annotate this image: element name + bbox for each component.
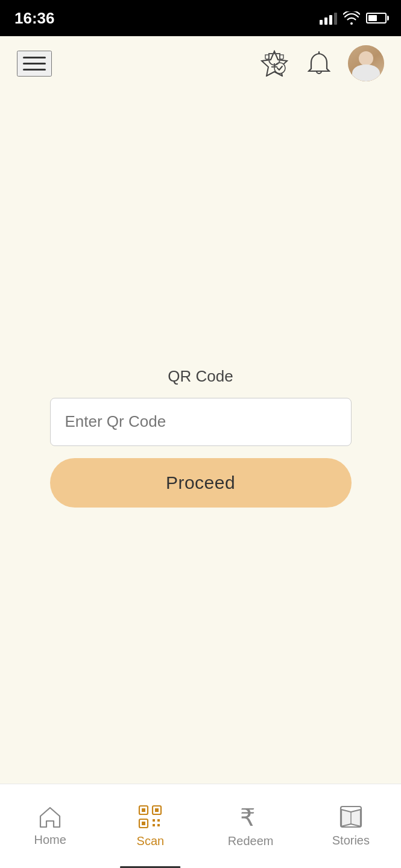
- avatar-image: [348, 45, 384, 81]
- hamburger-menu-button[interactable]: [17, 51, 52, 77]
- signal-icon: [320, 11, 337, 25]
- header-right: [259, 45, 384, 81]
- svg-rect-9: [153, 819, 155, 822]
- wifi-icon: [343, 11, 360, 25]
- status-bar: 16:36: [0, 0, 401, 36]
- svg-rect-12: [157, 824, 160, 826]
- status-time: 16:36: [14, 9, 55, 28]
- status-icons: [320, 11, 387, 25]
- nav-item-stories[interactable]: Stories: [301, 784, 401, 868]
- home-icon: [38, 805, 62, 828]
- notification-bell-button[interactable]: [303, 48, 335, 79]
- nav-item-scan[interactable]: Scan: [100, 784, 200, 868]
- hamburger-line-3: [23, 69, 46, 71]
- qr-section: QR Code Proceed: [36, 367, 365, 508]
- qr-code-label: QR Code: [168, 367, 233, 386]
- trophy-button[interactable]: [259, 48, 290, 79]
- avatar[interactable]: [348, 45, 384, 81]
- proceed-button[interactable]: Proceed: [50, 458, 352, 508]
- nav-label-stories: Stories: [332, 834, 370, 848]
- nav-label-home: Home: [34, 833, 66, 847]
- nav-label-scan: Scan: [137, 834, 165, 848]
- hamburger-line-2: [23, 63, 46, 64]
- nav-item-home[interactable]: Home: [0, 784, 100, 868]
- svg-rect-8: [142, 822, 145, 825]
- trophy-icon: [260, 50, 288, 77]
- scan-qr-icon: [137, 804, 163, 829]
- nav-item-redeem[interactable]: ₹ Redeem: [201, 784, 301, 868]
- stories-icon: [339, 805, 363, 829]
- redeem-icon: ₹: [240, 804, 262, 829]
- hamburger-line-1: [23, 57, 46, 58]
- svg-text:₹: ₹: [240, 804, 255, 829]
- nav-label-redeem: Redeem: [228, 834, 274, 848]
- svg-rect-11: [153, 824, 155, 826]
- qr-code-input[interactable]: [50, 398, 352, 446]
- svg-rect-6: [155, 808, 159, 812]
- main-content: QR Code Proceed: [0, 90, 401, 784]
- svg-rect-4: [142, 808, 145, 812]
- svg-rect-10: [157, 819, 160, 822]
- bell-icon: [308, 51, 330, 76]
- battery-icon: [366, 13, 387, 24]
- bottom-nav: Home Scan ₹ Redeem: [0, 784, 401, 868]
- header: [0, 36, 401, 90]
